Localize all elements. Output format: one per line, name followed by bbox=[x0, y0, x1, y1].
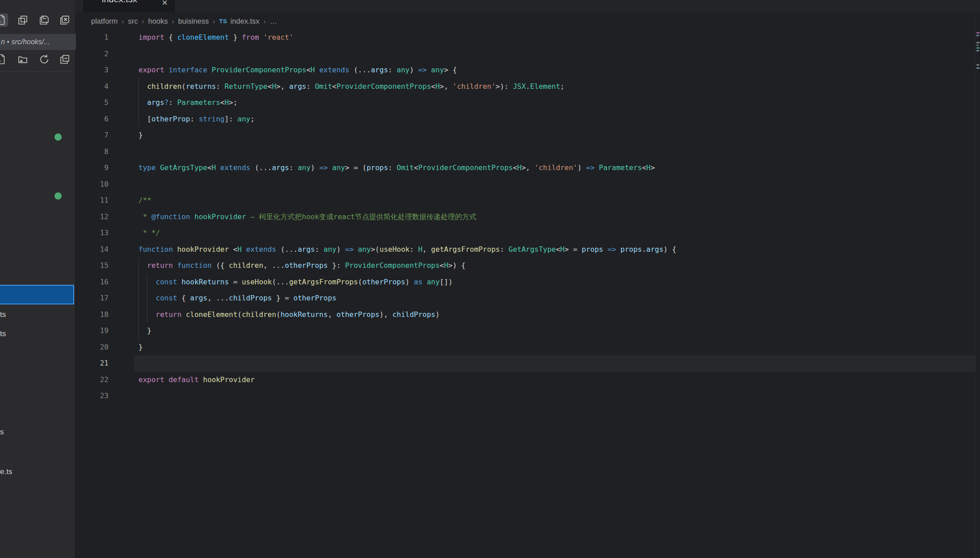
code-text: function hookProvider <H extends (...arg… bbox=[138, 242, 676, 258]
code-line-2[interactable]: 2 bbox=[75, 46, 980, 62]
new-file-icon[interactable] bbox=[0, 13, 8, 27]
code-text: args?: Parameters<H>; bbox=[138, 95, 238, 111]
line-number: 8 bbox=[75, 144, 109, 160]
indent-guide bbox=[138, 258, 139, 274]
code-line-9[interactable]: 9type GetArgsType<H extends (...args: an… bbox=[75, 160, 980, 176]
minimap-mark bbox=[976, 32, 980, 33]
chevron-right-icon: › bbox=[264, 17, 266, 25]
tab-bar: index.tsx ✕ bbox=[75, 0, 980, 12]
code-line-19[interactable]: 19 } bbox=[75, 323, 980, 339]
vscode-window: n • src/hooks/... ts ts s e.ts bbox=[0, 0, 980, 558]
code-line-7[interactable]: 7} bbox=[75, 127, 980, 144]
code-text: } bbox=[138, 127, 143, 144]
breadcrumb-file[interactable]: index.tsx bbox=[230, 17, 260, 25]
line-number: 10 bbox=[75, 176, 109, 193]
save-all-icon[interactable] bbox=[38, 13, 51, 27]
line-number: 21 bbox=[75, 355, 109, 372]
code-line-12[interactable]: 12 * @function hookProvider — 柯里化方式把hook… bbox=[75, 209, 980, 225]
line-number: 1 bbox=[75, 29, 109, 46]
line-number: 22 bbox=[75, 372, 109, 388]
code-text: children(returns: ReturnType<H>, args: O… bbox=[138, 79, 565, 95]
line-number: 12 bbox=[75, 209, 109, 225]
code-line-10[interactable]: 10 bbox=[75, 176, 980, 193]
line-number: 5 bbox=[75, 95, 109, 111]
open-editors-toolbar bbox=[0, 12, 75, 29]
code-line-14[interactable]: 14function hookProvider <H extends (...a… bbox=[75, 242, 980, 258]
tab-index-tsx[interactable]: index.tsx ✕ bbox=[83, 0, 175, 12]
code-line-21[interactable]: 21 bbox=[75, 355, 980, 372]
tree-selected-row[interactable] bbox=[0, 285, 74, 304]
line-number: 23 bbox=[75, 388, 109, 404]
code-editor[interactable]: 1import { cloneElement } from 'react'23e… bbox=[75, 29, 980, 404]
indent-guide bbox=[147, 307, 147, 323]
minimap-mark bbox=[976, 47, 980, 49]
modified-dot-icon bbox=[54, 192, 62, 200]
code-text: export default hookProvider bbox=[138, 372, 255, 388]
new-folder-icon[interactable] bbox=[16, 53, 29, 66]
code-line-23[interactable]: 23 bbox=[75, 388, 980, 404]
code-line-17[interactable]: 17 const { args, ...childProps } = other… bbox=[75, 290, 980, 307]
chevron-right-icon: › bbox=[122, 17, 124, 25]
tree-item[interactable]: e.ts bbox=[0, 462, 12, 482]
line-number: 4 bbox=[75, 79, 109, 95]
code-text: * */ bbox=[138, 225, 160, 242]
indent-guide bbox=[138, 79, 139, 95]
code-line-15[interactable]: 15 return function ({ children, ...other… bbox=[75, 258, 980, 274]
collapse-folders-icon[interactable] bbox=[58, 53, 71, 66]
code-line-3[interactable]: 3export interface ProviderComponentProps… bbox=[75, 62, 980, 79]
code-line-1[interactable]: 1import { cloneElement } from 'react' bbox=[75, 29, 980, 46]
open-editor-active-item[interactable]: n • src/hooks/... bbox=[0, 34, 76, 50]
line-number: 17 bbox=[75, 290, 109, 307]
line-number: 6 bbox=[75, 111, 109, 128]
code-line-11[interactable]: 11/** bbox=[75, 192, 980, 209]
code-line-5[interactable]: 5 args?: Parameters<H>; bbox=[75, 95, 980, 111]
close-all-icon[interactable] bbox=[58, 13, 71, 27]
code-text: return function ({ children, ...otherPro… bbox=[138, 258, 465, 274]
split-editor-icon[interactable] bbox=[16, 13, 29, 27]
code-text: const hookReturns = useHook(...getArgsFr… bbox=[138, 274, 452, 291]
line-number: 19 bbox=[75, 323, 109, 339]
code-text: } bbox=[138, 339, 143, 356]
line-number: 9 bbox=[75, 160, 109, 176]
minimap[interactable] bbox=[976, 12, 980, 558]
code-line-20[interactable]: 20} bbox=[75, 339, 980, 356]
minimap-mark bbox=[976, 45, 979, 46]
indent-guide bbox=[138, 290, 139, 307]
code-line-16[interactable]: 16 const hookReturns = useHook(...getArg… bbox=[75, 274, 980, 291]
chevron-right-icon: › bbox=[213, 17, 215, 25]
close-icon[interactable]: ✕ bbox=[162, 0, 168, 8]
minimap-mark bbox=[976, 35, 979, 36]
code-text: * @function hookProvider — 柯里化方式把hook变成r… bbox=[138, 209, 476, 225]
line-number: 2 bbox=[75, 46, 109, 62]
new-file-icon[interactable] bbox=[0, 53, 8, 66]
code-line-8[interactable]: 8 bbox=[75, 144, 980, 160]
ts-file-icon: TS bbox=[219, 18, 227, 25]
breadcrumb-item[interactable]: buisiness bbox=[178, 17, 209, 25]
code-text: return cloneElement(children(hookReturns… bbox=[138, 307, 440, 323]
code-text: type GetArgsType<H extends (...args: any… bbox=[138, 160, 655, 176]
code-line-18[interactable]: 18 return cloneElement(children(hookRetu… bbox=[75, 307, 980, 323]
code-line-6[interactable]: 6 [otherProp: string]: any; bbox=[75, 111, 980, 128]
line-number: 11 bbox=[75, 192, 109, 209]
breadcrumb-item[interactable]: platform bbox=[91, 17, 118, 25]
indent-guide bbox=[138, 95, 139, 111]
refresh-icon[interactable] bbox=[38, 53, 51, 66]
code-text: } bbox=[138, 323, 151, 339]
open-editor-label: n • src/hooks/... bbox=[1, 38, 50, 46]
minimap-mark bbox=[976, 50, 979, 51]
indent-guide bbox=[138, 111, 139, 128]
line-number: 7 bbox=[75, 127, 109, 144]
tree-item[interactable]: ts bbox=[0, 305, 6, 325]
code-line-13[interactable]: 13 * */ bbox=[75, 225, 980, 242]
tree-item[interactable]: s bbox=[0, 422, 4, 442]
tree-item[interactable]: ts bbox=[0, 324, 6, 344]
minimap-mark bbox=[976, 42, 980, 43]
code-line-22[interactable]: 22export default hookProvider bbox=[75, 372, 980, 388]
chevron-right-icon: › bbox=[142, 17, 144, 25]
breadcrumb-item[interactable]: hooks bbox=[148, 17, 168, 25]
breadcrumb-more[interactable]: … bbox=[270, 17, 277, 25]
line-number: 14 bbox=[75, 242, 109, 258]
breadcrumb-item[interactable]: src bbox=[128, 17, 138, 25]
code-line-4[interactable]: 4 children(returns: ReturnType<H>, args:… bbox=[75, 79, 980, 95]
minimap-mark bbox=[976, 64, 979, 66]
